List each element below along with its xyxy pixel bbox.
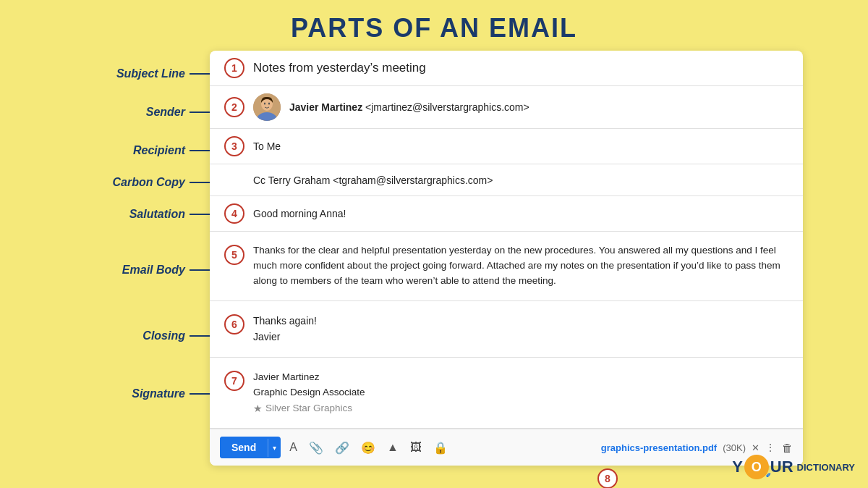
num-6: 6 [224,314,244,335]
label-email-body: Email Body [65,230,210,310]
sender-row: 2 Javier Martinez [210,86,803,129]
send-button-wrap[interactable]: Send ▾ [220,437,281,458]
logo-dictionary-top: DICTIONARY [797,463,855,472]
cc-text: Cc Terry Graham <tgraham@silverstargraph… [224,174,493,186]
drive-icon[interactable]: ▲ [384,438,401,457]
body-text: Thanks for the clear and helpful present… [253,243,788,289]
lock-icon[interactable]: 🔒 [430,438,451,458]
label-signature: Signature [65,362,210,426]
send-dropdown-button[interactable]: ▾ [268,439,281,457]
yourdictionary-logo: Y O ✏ UR DICTIONARY [732,455,855,479]
attachment-size: (30K) [723,442,746,453]
num-1: 1 [224,58,244,78]
label-carbon-copy: Carbon Copy [65,167,210,198]
closing-text: Thanks again! Javier [253,313,317,345]
sig-name: Javier Martinez [253,369,365,385]
connector-line-cc [190,182,210,183]
svg-point-4 [268,103,270,105]
star-icon: ★ [253,400,263,416]
num-8: 8 [597,468,618,488]
connector-line-recipient [190,150,210,151]
connector-line-signature [190,393,210,395]
num-2: 2 [224,97,244,117]
svg-point-3 [264,103,265,105]
connector-line-salutation [190,214,210,215]
subject-text: Notes from yesterday’s meeting [253,61,426,75]
label-recipient: Recipient [65,135,210,167]
sender-email: <jmartinez@silverstargraphics.com> [365,101,529,113]
recipient-row: 3 To Me [210,129,803,164]
sig-title: Graphic Design Associate [253,384,365,400]
link-icon[interactable]: 🔗 [332,438,352,458]
num-5: 5 [224,245,244,265]
send-button[interactable]: Send [220,437,268,458]
attachment-close-icon[interactable]: ✕ [752,442,760,453]
logo-o-char: O [752,460,762,475]
label-subject-line: Subject Line [65,58,210,90]
main-layout: Subject Line Sender Recipient Carbon Cop… [0,51,868,466]
cc-row: Cc Terry Graham <tgraham@silverstargraph… [210,164,803,196]
sender-info: Javier Martinez <jmartinez@silverstargra… [289,101,529,113]
body-row: 5 Thanks for the clear and helpful prese… [210,232,803,301]
sender-name: Javier Martinez [289,101,362,113]
page-title: PARTS OF AN EMAIL [0,0,868,51]
connector-line-subject [190,73,210,75]
attachment-more-icon[interactable]: ⋮ [765,442,776,453]
logo-o-circle: O ✏ [744,455,769,479]
label-salutation: Salutation [65,198,210,230]
label-sender: Sender [65,90,210,135]
toolbar-row: Send ▾ A 📎 🔗 😊 ▲ 🖼 🔒 graphics-presentati… [210,429,803,466]
signature-block: Javier Martinez Graphic Design Associate… [253,369,365,417]
email-panel: 1 Notes from yesterday’s meeting 2 [210,51,803,466]
image-icon[interactable]: 🖼 [407,438,425,457]
closing-row: 6 Thanks again! Javier [210,301,803,358]
sender-avatar [253,93,281,121]
sig-company-name: Silver Star Graphics [265,400,352,416]
signature-row: 7 Javier Martinez Graphic Design Associa… [210,358,803,429]
recipient-text: To Me [253,140,281,152]
format-text-icon[interactable]: A [286,438,300,457]
attachment-area: graphics-presentation.pdf (30K) ✕ ⋮ 🗑 [601,442,793,454]
attachment-filename[interactable]: graphics-presentation.pdf [601,442,717,453]
num-3: 3 [224,136,244,156]
sig-company: ★ Silver Star Graphics [253,400,365,416]
attach-icon[interactable]: 📎 [306,438,326,458]
logo-your: Y [732,458,743,476]
connector-line-body [190,269,210,271]
attachment-label-group: 8 Attachment [568,468,647,488]
label-closing: Closing [65,310,210,362]
num-7: 7 [224,371,244,391]
labels-column: Subject Line Sender Recipient Carbon Cop… [65,51,210,426]
emoji-icon[interactable]: 😊 [358,438,378,458]
logo-ur: UR [770,458,793,476]
num-4: 4 [224,203,244,224]
connector-line-closing [190,335,210,337]
connector-line-sender [190,112,210,113]
subject-row: 1 Notes from yesterday’s meeting [210,51,803,86]
attachment-delete-icon[interactable]: 🗑 [782,442,793,454]
salutation-text: Good morning Anna! [253,208,346,219]
salutation-row: 4 Good morning Anna! [210,196,803,232]
